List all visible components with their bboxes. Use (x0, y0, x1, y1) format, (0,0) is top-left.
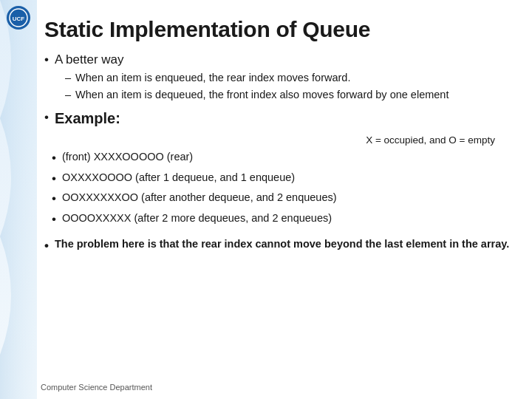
logo-icon: UCF (9, 8, 28, 27)
queue-item-3-text: OOXXXXXXOO (after another dequeue, and 2… (62, 190, 337, 205)
slide-title: Static Implementation of Queue (44, 17, 510, 42)
sub-bullet-1-text: When an item is enqueued, the rear index… (75, 70, 350, 86)
logo-circle: UCF (7, 6, 30, 30)
better-way-bullet: • A better way (44, 52, 510, 67)
problem-text: The problem here is that the rear index … (55, 236, 509, 253)
queue-item-3: • OOXXXXXXOO (after another dequeue, and… (52, 190, 510, 208)
queue-dot-2: • (52, 170, 56, 188)
bullet-dot-3: • (44, 236, 49, 256)
queue-item-2: • OXXXXOOOO (after 1 dequeue, and 1 enqu… (52, 170, 510, 188)
queue-dot-3: • (52, 190, 56, 208)
queue-dot-4: • (52, 211, 56, 229)
example-section: • Example: X = occupied, and O = empty •… (44, 110, 510, 229)
example-label: Example: (55, 110, 120, 127)
queue-item-4: • OOOOXXXXX (after 2 more dequeues, and … (52, 211, 510, 229)
logo-area: UCF (0, 0, 37, 399)
better-way-label: A better way (55, 52, 124, 67)
better-way-sub-bullets: – When an item is enqueued, the rear ind… (65, 70, 510, 103)
slide-content: Static Implementation of Queue • A bette… (44, 17, 510, 255)
queue-item-2-text: OXXXXOOOO (after 1 dequeue, and 1 enqueu… (62, 170, 295, 185)
problem-section: • The problem here is that the rear inde… (44, 236, 510, 256)
sub-bullet-2-text: When an item is dequeued, the front inde… (75, 87, 449, 103)
queue-item-1-text: (front) XXXXOOOOO (rear) (62, 149, 193, 165)
example-bullet: • Example: (44, 110, 510, 132)
footer: Computer Science Department (41, 383, 152, 392)
slide: UCF Static Implementation of Queue • A b… (0, 0, 532, 399)
queue-dot-1: • (52, 149, 56, 168)
better-way-section: • A better way – When an item is enqueue… (44, 52, 510, 103)
sub-dash-2: – (65, 87, 71, 103)
queue-item-4-text: OOOOXXXXX (after 2 more dequeues, and 2 … (62, 211, 332, 226)
example-note: X = occupied, and O = empty (44, 134, 495, 146)
bullet-dot-1: • (44, 52, 49, 67)
queue-bullets: • (front) XXXXOOOOO (rear) • OXXXXOOOO (… (52, 149, 510, 229)
queue-item-1: • (front) XXXXOOOOO (rear) (52, 149, 510, 168)
sub-dash-1: – (65, 70, 71, 86)
sub-bullet-2: – When an item is dequeued, the front in… (65, 87, 510, 103)
svg-text:UCF: UCF (13, 16, 25, 22)
sub-bullet-1: – When an item is enqueued, the rear ind… (65, 70, 510, 86)
bullet-dot-2: • (44, 110, 49, 125)
problem-bullet: • The problem here is that the rear inde… (44, 236, 510, 256)
